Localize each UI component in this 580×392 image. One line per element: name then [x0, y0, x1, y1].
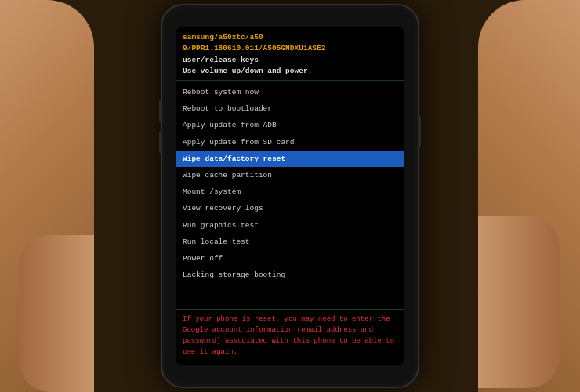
menu-item-apply-adb[interactable]: Apply update from ADB — [176, 117, 404, 133]
header-keys-line: user/release-keys — [183, 55, 397, 66]
scene: samsung/a50xtc/a50 9/PPR1.180610.011/A50… — [0, 0, 580, 392]
menu-item-mount-system[interactable]: Mount /system — [176, 183, 404, 200]
menu-item-wipe-cache[interactable]: Wipe cache partition — [176, 167, 404, 183]
menu-item-apply-sdcard[interactable]: Apply update from SD card — [176, 134, 404, 151]
menu-item-graphics-test[interactable]: Run graphics test — [176, 217, 404, 234]
hand-right — [478, 0, 580, 392]
vol-up-button[interactable] — [159, 100, 162, 122]
menu-item-lacking-storage[interactable]: Lacking storage booting — [176, 267, 404, 283]
warning-section: If your phone is reset, you may need to … — [176, 309, 404, 365]
recovery-menu: Reboot system now Reboot to bootloader A… — [176, 81, 404, 309]
header-instructions-line: Use volume up/down and power. — [183, 66, 397, 77]
menu-item-wipe-factory[interactable]: Wipe data/factory reset — [176, 151, 404, 167]
header-device-line: samsung/a50xtc/a50 — [183, 32, 397, 43]
hand-left — [0, 0, 94, 392]
phone-screen: samsung/a50xtc/a50 9/PPR1.180610.011/A50… — [176, 27, 404, 365]
menu-item-locale-test[interactable]: Run locale test — [176, 234, 404, 250]
vol-down-button[interactable] — [159, 131, 162, 153]
menu-item-recovery-logs[interactable]: View recovery logs — [176, 200, 404, 216]
header-build-line: 9/PPR1.180610.011/A505GNDXU1ASE2 — [183, 43, 397, 54]
menu-item-reboot-bootloader[interactable]: Reboot to bootloader — [176, 100, 404, 117]
menu-item-reboot-system[interactable]: Reboot system now — [176, 84, 404, 100]
screen-header: samsung/a50xtc/a50 9/PPR1.180610.011/A50… — [176, 27, 404, 81]
power-button[interactable] — [418, 115, 421, 147]
warning-text: If your phone is reset, you may need to … — [183, 314, 397, 358]
phone: samsung/a50xtc/a50 9/PPR1.180610.011/A50… — [161, 4, 419, 388]
menu-item-power-off[interactable]: Power off — [176, 250, 404, 267]
